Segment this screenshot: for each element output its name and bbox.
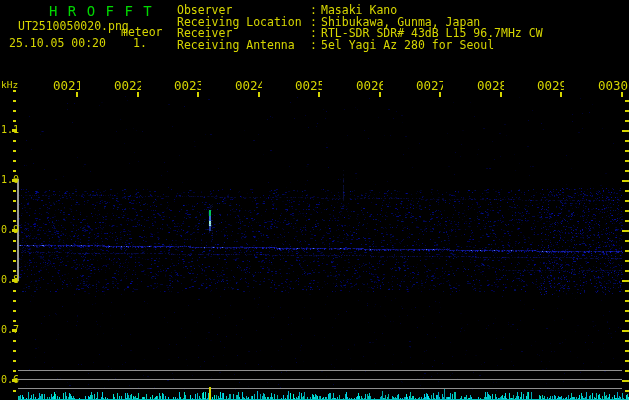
info-value: 5el Yagi Az 280 for Seoul bbox=[321, 40, 494, 52]
station-info-row: Receiving Antenna:5el Yagi Az 280 for Se… bbox=[177, 40, 629, 52]
y-axis-unit-label: kHz bbox=[1, 80, 18, 90]
hrofft-output: H R O F F T UT2510050020.png meteor 25.1… bbox=[0, 0, 629, 400]
y-axis-tick-label: 0.6 bbox=[1, 375, 19, 385]
x-axis-tick-label: 0030 bbox=[598, 80, 629, 93]
observation-datetime: 25.10.05 00:20 bbox=[9, 37, 106, 49]
x-axis-tick-label: 0022 bbox=[114, 80, 141, 93]
y-axis-tick-label: 1.0 bbox=[1, 175, 19, 185]
x-axis-tick-label: 0023 bbox=[174, 80, 201, 93]
y-axis-tick-label: 0.9 bbox=[1, 225, 19, 235]
x-axis-tick-label: 0026 bbox=[356, 80, 383, 93]
info-label: Receiving Antenna bbox=[177, 38, 295, 52]
y-axis-tick-label: 0.8 bbox=[1, 275, 19, 285]
meteor-count: 1. bbox=[133, 37, 147, 49]
x-axis-tick-label: 0024 bbox=[235, 80, 262, 93]
spectrogram-canvas bbox=[0, 0, 629, 400]
y-axis-tick-label: 0.7 bbox=[1, 325, 19, 335]
x-axis-tick-label: 0029 bbox=[537, 80, 564, 93]
x-axis-tick-label: 0025 bbox=[295, 80, 322, 93]
app-title: H R O F F T bbox=[49, 4, 153, 19]
x-axis-tick-label: 0021 bbox=[53, 80, 80, 93]
x-axis-tick-label: 0028 bbox=[477, 80, 504, 93]
y-axis-tick-label: 1.1 bbox=[1, 125, 19, 135]
output-filename: UT2510050020.png bbox=[18, 20, 129, 32]
x-axis-tick-label: 0027 bbox=[416, 80, 443, 93]
info-separator: : bbox=[310, 40, 317, 52]
